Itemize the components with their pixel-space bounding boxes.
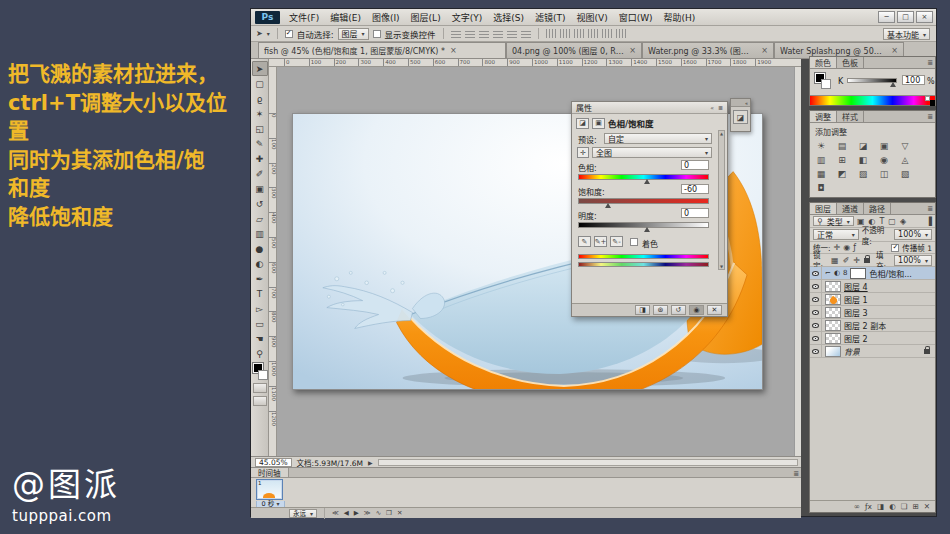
clip-to-layer-icon[interactable]: ◨ [635, 305, 650, 315]
previous-frame-icon[interactable]: ◀ [344, 509, 349, 517]
lightness-slider-thumb[interactable] [644, 227, 650, 232]
photo-filter-icon[interactable]: ◉ [877, 154, 891, 165]
history-brush-tool[interactable]: ↺ [252, 196, 268, 211]
scroll-up-icon[interactable]: ▲ [720, 131, 723, 136]
layer-mask-thumbnail[interactable] [850, 268, 866, 279]
mask-badge-icon[interactable]: ▣ [592, 118, 605, 129]
document-tab[interactable]: fish @ 45% (色相/饱和度 1, 图层蒙版/8/CMYK) *× [258, 42, 506, 58]
document-tab[interactable]: Water.png @ 33.3% (图层 0, R...× [642, 42, 774, 58]
black-white-icon[interactable]: ◧ [856, 154, 870, 165]
timeline-tab[interactable]: 时间轴 [251, 468, 289, 477]
current-tool-icon[interactable]: ➤ [256, 29, 263, 38]
auto-select-dropdown[interactable]: 图层 ▾ [338, 28, 369, 40]
menu-item[interactable]: 文件(F) [289, 11, 319, 24]
menu-item[interactable]: 窗口(W) [619, 11, 653, 24]
tween-icon[interactable]: ∿ [376, 509, 381, 517]
distribute-top-icon[interactable] [546, 29, 556, 38]
fill-dropdown[interactable]: 100% ▾ [894, 255, 932, 266]
layer-thumbnail[interactable] [825, 307, 841, 318]
background-color-swatch[interactable] [258, 370, 268, 380]
panel-tab[interactable]: 样式 [837, 111, 864, 122]
brush-tool[interactable]: ✐ [252, 166, 268, 181]
lightness-slider[interactable] [578, 222, 709, 228]
maximize-button[interactable]: □ [897, 11, 914, 23]
layer-row[interactable]: 图层 3 [810, 306, 935, 319]
scroll-down-icon[interactable]: ▼ [720, 264, 723, 269]
saturation-slider-thumb[interactable] [605, 203, 611, 208]
align-bottom-icon[interactable] [479, 29, 489, 38]
duplicate-frame-icon[interactable]: ❐ [386, 509, 392, 517]
panel-tab[interactable]: 调整 [810, 111, 837, 122]
visibility-toggle[interactable] [810, 332, 822, 345]
menu-item[interactable]: 编辑(E) [330, 11, 361, 24]
levels-icon[interactable]: ▤ [835, 140, 849, 151]
panel-menu-icon[interactable]: ≣ [927, 59, 933, 67]
adjustment-layer-icon[interactable]: ◐ [889, 502, 896, 511]
play-animation-icon[interactable]: ▶ [354, 509, 359, 517]
align-left-icon[interactable] [493, 29, 503, 38]
visibility-toggle[interactable] [810, 280, 822, 293]
black-swatch[interactable] [930, 100, 935, 106]
channel-dropdown[interactable]: 全图 ▾ [592, 147, 712, 158]
path-selection-tool[interactable]: ▻ [252, 301, 268, 316]
layer-row[interactable]: 图层 2 副本 [810, 319, 935, 332]
hand-tool[interactable]: ☚ [252, 331, 268, 346]
workspace-switcher[interactable]: 基本功能 ▾ [883, 28, 930, 40]
panel-scrollbar[interactable]: ▲ ▼ [718, 130, 725, 270]
distribute-bottom-icon[interactable] [574, 29, 584, 38]
vertical-scrollbar[interactable] [794, 67, 801, 456]
document-tab[interactable]: 04.png @ 100% (图层 0, RGB...× [506, 42, 642, 58]
close-button[interactable]: × [916, 11, 933, 23]
new-layer-icon[interactable]: ⊞ [912, 502, 918, 511]
unify-visibility-icon[interactable]: ◉ [843, 243, 850, 252]
next-frame-icon[interactable]: ≫ [364, 509, 371, 517]
layer-row[interactable]: 图层 1 [810, 293, 935, 306]
smart-object-filter-icon[interactable]: ◈ [900, 217, 906, 226]
exposure-icon[interactable]: ▣ [877, 140, 891, 151]
show-transform-checkbox[interactable]: ✓ [373, 30, 381, 38]
lock-all-icon[interactable] [864, 258, 870, 263]
screen-mode-button[interactable] [253, 396, 267, 406]
menu-item[interactable]: 帮助(H) [664, 11, 696, 24]
invert-icon[interactable]: ◩ [835, 168, 849, 179]
collapsed-dock-title[interactable]: « [731, 99, 750, 107]
lock-transparency-icon[interactable]: ▦ [831, 256, 839, 265]
colorize-checkbox[interactable]: ✓ [630, 238, 638, 246]
panel-menu-icon[interactable]: ≣ [793, 470, 799, 478]
status-menu-arrow-icon[interactable]: ▶ [368, 459, 373, 466]
healing-brush-tool[interactable]: ✚ [252, 151, 268, 166]
eyedropper-subtract-icon[interactable]: ✎- [610, 236, 623, 247]
layer-group-icon[interactable]: ❏ [901, 502, 908, 511]
pen-tool[interactable]: ✒ [252, 271, 268, 286]
layer-row[interactable]: 背景 [810, 345, 935, 358]
propagate-frame-checkbox[interactable]: ✓ [891, 244, 899, 252]
tab-close-icon[interactable]: × [891, 46, 898, 55]
eyedropper-tool[interactable]: ✎ [252, 136, 268, 151]
curves-icon[interactable]: ◪ [856, 140, 870, 151]
posterize-icon[interactable]: ▨ [856, 168, 870, 179]
visibility-toggle[interactable] [810, 306, 822, 319]
align-hcenter-icon[interactable] [507, 29, 517, 38]
visibility-toggle[interactable] [810, 293, 822, 306]
dodge-tool[interactable]: ◐ [252, 256, 268, 271]
filter-toggle-icon[interactable]: ▐ [926, 217, 932, 226]
threshold-icon[interactable]: ◫ [877, 168, 891, 179]
auto-select-checkbox[interactable]: ✓ [285, 30, 293, 38]
hue-slider-thumb[interactable] [644, 179, 650, 184]
panel-menu-icon[interactable]: ≣ [718, 104, 723, 111]
layer-row[interactable]: 图层 2 [810, 332, 935, 345]
k-value[interactable]: 100 [902, 75, 925, 85]
brightness-contrast-icon[interactable]: ☀ [814, 140, 828, 151]
layer-thumbnail[interactable] [825, 294, 841, 305]
animation-frame[interactable]: 1 [256, 479, 283, 500]
panel-tab[interactable]: 路径 [864, 203, 891, 214]
align-right-icon[interactable] [521, 29, 531, 38]
delete-layer-icon[interactable]: ✕ [924, 502, 930, 511]
minimize-button[interactable]: ─ [878, 11, 895, 23]
lock-pixels-icon[interactable]: ✐ [843, 256, 850, 265]
unify-style-icon[interactable]: ƒ [853, 243, 856, 252]
align-top-icon[interactable] [451, 29, 461, 38]
panel-menu-icon[interactable]: ≣ [927, 205, 933, 213]
tab-close-icon[interactable]: × [450, 46, 457, 55]
loop-dropdown[interactable]: 永远 ▾ [289, 509, 317, 518]
